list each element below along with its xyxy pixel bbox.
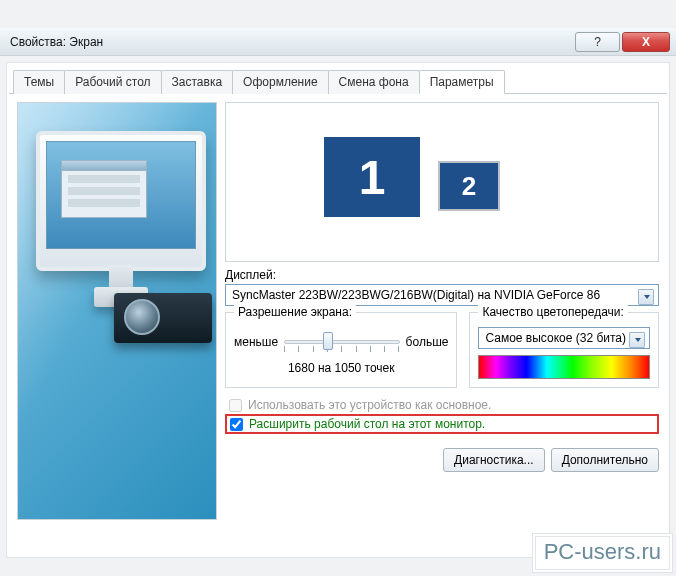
resolution-legend: Разрешение экрана: — [234, 305, 356, 319]
monitor-id: 2 — [462, 171, 476, 202]
extend-desktop-checkbox[interactable] — [230, 418, 243, 431]
resolution-slider[interactable] — [284, 329, 399, 355]
monitor-arrangement[interactable]: 1 2 — [225, 102, 659, 262]
settings-button-row: Диагностика... Дополнительно — [225, 448, 659, 472]
settings-right-column: 1 2 Дисплей: SyncMaster 223BW/223BWG/216… — [225, 102, 659, 520]
window-title: Свойства: Экран — [10, 35, 103, 49]
display-select[interactable]: SyncMaster 223BW/223BWG/216BW(Digital) н… — [225, 284, 659, 306]
tab-label: Параметры — [430, 75, 494, 89]
monitor-illustration — [36, 131, 206, 271]
button-label: Диагностика... — [454, 453, 534, 467]
resolution-value: 1680 на 1050 точек — [234, 361, 448, 375]
extend-desktop-checkbox-row[interactable]: Расширить рабочий стол на этот монитор. — [225, 414, 659, 434]
close-button[interactable]: X — [622, 32, 670, 52]
close-icon: X — [642, 35, 650, 49]
color-legend: Качество цветопередачи: — [478, 305, 627, 319]
help-button[interactable]: ? — [575, 32, 620, 52]
watermark: PC-users.ru — [535, 536, 670, 570]
tab-label: Заставка — [172, 75, 223, 89]
primary-device-checkbox — [229, 399, 242, 412]
tab-appearance[interactable]: Оформление — [232, 70, 328, 94]
tab-label: Рабочий стол — [75, 75, 150, 89]
tab-bar: Темы Рабочий стол Заставка Оформление См… — [9, 65, 667, 94]
tab-settings[interactable]: Параметры — [419, 70, 505, 94]
tab-desktop[interactable]: Рабочий стол — [64, 70, 161, 94]
resolution-group: Разрешение экрана: меньше больше 1680 на… — [225, 312, 457, 388]
tab-label: Оформление — [243, 75, 317, 89]
extend-desktop-label: Расширить рабочий стол на этот монитор. — [249, 417, 485, 431]
display-select-value: SyncMaster 223BW/223BWG/216BW(Digital) н… — [232, 288, 600, 302]
primary-device-label: Использовать это устройство как основное… — [248, 398, 491, 412]
display-row: Дисплей: SyncMaster 223BW/223BWG/216BW(D… — [225, 268, 659, 306]
display-label: Дисплей: — [225, 268, 659, 282]
tab-label: Смена фона — [339, 75, 409, 89]
watermark-text: PC-users.ru — [544, 539, 661, 564]
titlebar: Свойства: Экран ? X — [0, 28, 676, 56]
slider-thumb[interactable] — [323, 332, 333, 350]
dialog-body: Темы Рабочий стол Заставка Оформление См… — [6, 62, 670, 558]
tab-label: Темы — [24, 75, 54, 89]
slider-less-label: меньше — [234, 335, 278, 349]
checkbox-block: Использовать это устройство как основное… — [225, 396, 659, 434]
color-select-value: Самое высокое (32 бита) — [485, 331, 626, 345]
color-group: Качество цветопередачи: Самое высокое (3… — [469, 312, 659, 388]
button-label: Дополнительно — [562, 453, 648, 467]
primary-device-checkbox-row[interactable]: Использовать это устройство как основное… — [225, 396, 659, 414]
monitor-tile-2[interactable]: 2 — [438, 161, 500, 211]
diagnostics-button[interactable]: Диагностика... — [443, 448, 545, 472]
tab-panel-settings: 1 2 Дисплей: SyncMaster 223BW/223BWG/216… — [9, 94, 667, 528]
option-groups: Разрешение экрана: меньше больше 1680 на… — [225, 312, 659, 388]
tab-screensaver[interactable]: Заставка — [161, 70, 234, 94]
gpu-illustration — [114, 293, 212, 343]
color-spectrum — [478, 355, 650, 379]
monitor-id: 1 — [359, 150, 386, 205]
illustration-panel — [17, 102, 217, 520]
dialog-window: Свойства: Экран ? X Темы Рабочий стол За… — [0, 0, 676, 576]
tab-themes[interactable]: Темы — [13, 70, 65, 94]
tab-background[interactable]: Смена фона — [328, 70, 420, 94]
color-quality-select[interactable]: Самое высокое (32 бита) — [478, 327, 650, 349]
advanced-button[interactable]: Дополнительно — [551, 448, 659, 472]
monitor-tile-1[interactable]: 1 — [322, 135, 422, 219]
slider-more-label: больше — [406, 335, 449, 349]
help-icon: ? — [594, 35, 601, 49]
